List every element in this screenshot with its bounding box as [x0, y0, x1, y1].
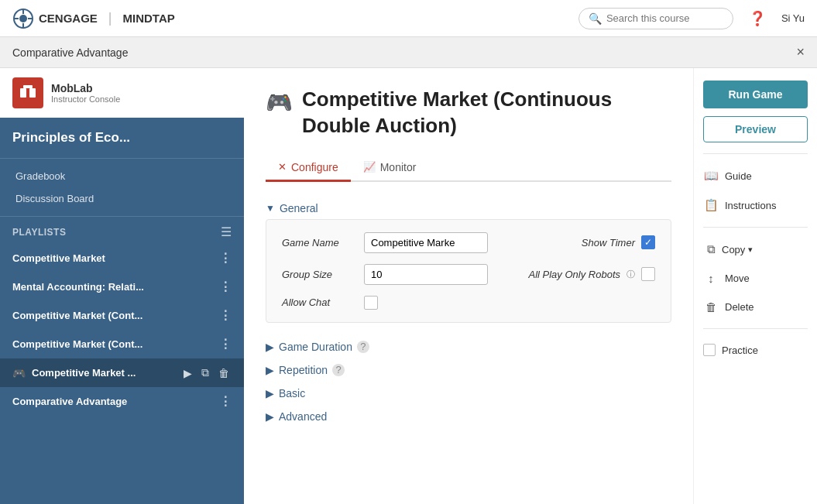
divider-1 — [703, 153, 808, 154]
playlist-item-2[interactable]: Competitive Market (Cont... ⋮ — [0, 301, 244, 330]
playlist-item-label-1: Mental Accounting: Relati... — [12, 281, 144, 293]
playlist-item-3[interactable]: Competitive Market (Cont... ⋮ — [0, 330, 244, 358]
sub-header: Comparative Advantage × — [0, 37, 817, 68]
show-timer-group: Show Timer — [582, 235, 655, 249]
active-game-icon: 🎮 — [12, 367, 26, 379]
brand-name: CENGAGE — [39, 12, 98, 25]
advanced-label: Advanced — [279, 410, 327, 423]
playlist-item-bottom[interactable]: Comparative Advantage ⋮ — [0, 387, 244, 416]
group-size-label: Group Size — [282, 269, 352, 280]
all-play-robots-group: All Play Only Robots ⓘ — [529, 267, 656, 281]
general-section-label: General — [280, 202, 318, 214]
filter-icon[interactable]: ☰ — [221, 225, 232, 239]
delete-label: Delete — [725, 301, 754, 313]
tab-configure[interactable]: ✕ Configure — [266, 155, 351, 182]
playlist-more-1[interactable]: ⋮ — [219, 279, 232, 294]
search-icon: 🔍 — [589, 12, 602, 25]
divider-3 — [703, 328, 808, 329]
right-panel: Run Game Preview 📖 Guide 📋 Instructions … — [693, 68, 817, 504]
game-name-input[interactable] — [364, 232, 488, 253]
move-icon: ↕ — [703, 272, 719, 285]
game-duration-row[interactable]: ▶ Game Duration ? — [266, 335, 671, 358]
search-input[interactable] — [606, 12, 723, 24]
monitor-tab-icon: 📈 — [363, 161, 376, 173]
copy-icon: ⧉ — [703, 242, 719, 256]
tab-monitor[interactable]: 📈 Monitor — [351, 155, 429, 182]
playlist-item-label-2: Competitive Market (Cont... — [12, 310, 142, 321]
playlist-more-bottom[interactable]: ⋮ — [219, 394, 232, 409]
basic-chevron-icon: ▶ — [266, 387, 274, 399]
group-size-input[interactable] — [364, 264, 488, 285]
basic-row[interactable]: ▶ Basic — [266, 382, 671, 405]
move-action[interactable]: ↕ Move — [703, 268, 808, 289]
allow-chat-row: Allow Chat — [282, 296, 655, 310]
sidebar-item-gradebook[interactable]: Gradebook — [0, 165, 244, 187]
game-name-label: Game Name — [282, 237, 352, 249]
game-controller-icon: 🎮 — [266, 90, 293, 115]
instructions-icon: 📋 — [703, 198, 719, 212]
advanced-chevron-icon: ▶ — [266, 410, 274, 423]
practice-label: Practice — [722, 345, 758, 356]
practice-action[interactable]: Practice — [703, 340, 808, 360]
game-name-row: Game Name Show Timer — [282, 232, 655, 253]
move-label: Move — [725, 273, 750, 284]
show-timer-checkbox[interactable] — [641, 235, 655, 249]
active-playlist-item[interactable]: 🎮 Competitive Market ... ▶ ⧉ 🗑 — [0, 358, 244, 387]
sidebar: MobLab Instructor Console Principles of … — [0, 68, 244, 504]
cengage-logo-icon — [12, 8, 34, 29]
repetition-help-icon[interactable]: ? — [332, 364, 345, 376]
game-duration-label: Game Duration — [279, 341, 352, 353]
group-size-row: Group Size All Play Only Robots ⓘ — [282, 264, 655, 285]
game-title: Competitive Market (Continuous Double Au… — [302, 87, 671, 139]
configure-tab-icon: ✕ — [278, 161, 287, 173]
brand-logo: CENGAGE — [12, 8, 98, 29]
repetition-chevron-icon: ▶ — [266, 364, 274, 376]
instructions-action[interactable]: 📋 Instructions — [703, 194, 808, 216]
sidebar-item-discussion[interactable]: Discussion Board — [0, 187, 244, 210]
close-button[interactable]: × — [796, 44, 805, 60]
copy-dropdown-icon: ▾ — [748, 245, 753, 255]
moblab-logo-icon — [12, 77, 43, 108]
search-bar[interactable]: 🔍 — [578, 8, 733, 29]
copy-action[interactable]: ⧉ Copy ▾ — [703, 238, 808, 260]
instructions-label: Instructions — [725, 200, 776, 211]
repetition-label: Repetition — [279, 364, 328, 376]
playlist-item-label-3: Competitive Market (Cont... — [12, 338, 142, 350]
main-content: 🎮 Competitive Market (Continuous Double … — [244, 68, 693, 504]
playlist-more-2[interactable]: ⋮ — [219, 308, 232, 323]
run-game-button[interactable]: Run Game — [703, 81, 808, 108]
playlist-more-3[interactable]: ⋮ — [219, 337, 232, 351]
moblab-subtitle: Instructor Console — [51, 94, 120, 104]
playlist-item-0[interactable]: Competitive Market ⋮ — [0, 244, 244, 273]
copy-small-button[interactable]: ⧉ — [199, 365, 211, 381]
allow-chat-label: Allow Chat — [282, 297, 352, 308]
playlist-item-1[interactable]: Mental Accounting: Relati... ⋮ — [0, 273, 244, 301]
svg-rect-6 — [20, 88, 26, 98]
play-button[interactable]: ▶ — [181, 365, 194, 381]
repetition-row[interactable]: ▶ Repetition ? — [266, 358, 671, 382]
tab-configure-label: Configure — [291, 161, 338, 173]
general-section-header[interactable]: ▼ General — [266, 197, 671, 219]
divider-2 — [703, 227, 808, 228]
game-duration-help-icon[interactable]: ? — [357, 341, 369, 353]
advanced-row[interactable]: ▶ Advanced — [266, 405, 671, 428]
nav-divider: | — [108, 10, 112, 26]
guide-label: Guide — [725, 170, 752, 182]
delete-small-button[interactable]: 🗑 — [216, 365, 232, 381]
guide-icon: 📖 — [703, 169, 719, 183]
general-form-panel: Game Name Show Timer Group Size All Play… — [266, 219, 671, 323]
user-label: Si Yu — [781, 12, 805, 24]
all-play-robots-checkbox[interactable] — [641, 267, 655, 281]
help-button[interactable]: ❓ — [743, 7, 772, 30]
allow-chat-checkbox[interactable] — [364, 296, 378, 310]
basic-label: Basic — [279, 387, 305, 399]
tabs: ✕ Configure 📈 Monitor — [266, 155, 671, 182]
course-title: Principles of Eco... — [0, 118, 244, 159]
practice-checkbox[interactable] — [703, 344, 716, 356]
svg-rect-7 — [29, 88, 36, 98]
guide-action[interactable]: 📖 Guide — [703, 165, 808, 187]
delete-action[interactable]: 🗑 Delete — [703, 297, 808, 317]
preview-button[interactable]: Preview — [703, 116, 808, 142]
playlist-more-0[interactable]: ⋮ — [219, 251, 232, 266]
moblab-title: MobLab — [51, 82, 120, 94]
